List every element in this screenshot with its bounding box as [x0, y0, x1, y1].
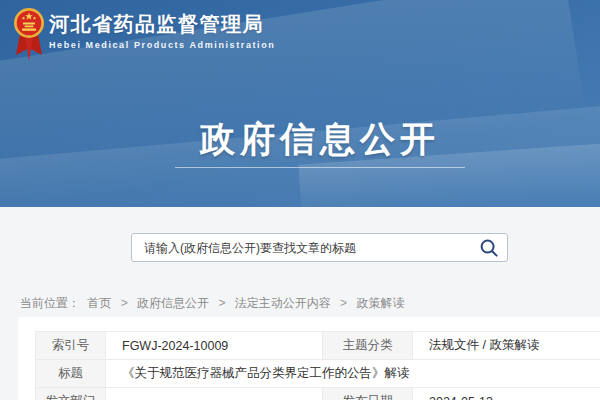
- publish-date-label: 发布日期: [323, 388, 413, 400]
- breadcrumb-prefix: 当前位置：: [20, 296, 80, 310]
- search-icon: [479, 238, 499, 258]
- issuing-department-label: 发文部门: [36, 388, 106, 400]
- breadcrumb-separator: >: [218, 296, 225, 310]
- search-input[interactable]: [132, 234, 507, 261]
- banner-underline-decoration: [175, 167, 465, 168]
- publish-date-value: 2024-05-13: [413, 388, 600, 400]
- site-header: 河北省药品监督管理局 Hebei Medical Products Admini…: [0, 0, 600, 207]
- breadcrumb: 当前位置： 首页 > 政府信息公开 > 法定主动公开内容 > 政策解读: [20, 295, 404, 312]
- breadcrumb-link-gov-info[interactable]: 政府信息公开: [137, 296, 209, 310]
- table-row-title: 标题 《关于规范医疗器械产品分类界定工作的公告》解读: [36, 360, 600, 388]
- agency-name-english: Hebei Medical Products Administration: [49, 40, 275, 50]
- breadcrumb-link-policy-interpretation[interactable]: 政策解读: [356, 296, 404, 310]
- topic-category-value: 法规文件 / 政策解读: [413, 332, 600, 360]
- index-number-label: 索引号: [36, 332, 106, 360]
- page: 河北省药品监督管理局 Hebei Medical Products Admini…: [0, 0, 600, 400]
- agency-name: 河北省药品监督管理局: [49, 13, 275, 36]
- breadcrumb-separator: >: [340, 296, 347, 310]
- index-number-value: FGWJ-2024-10009: [106, 332, 323, 360]
- search-box: [131, 233, 508, 262]
- search-section: 当前位置： 首页 > 政府信息公开 > 法定主动公开内容 > 政策解读: [0, 207, 600, 317]
- document-info-table: 索引号 FGWJ-2024-10009 主题分类 法规文件 / 政策解读 标题 …: [35, 331, 600, 400]
- breadcrumb-link-statutory-disclosure[interactable]: 法定主动公开内容: [235, 296, 331, 310]
- breadcrumb-link-home[interactable]: 首页: [87, 296, 111, 310]
- search-button[interactable]: [479, 238, 499, 258]
- title-label: 标题: [36, 360, 106, 388]
- issuing-department-value: [106, 388, 323, 400]
- content-panel: 索引号 FGWJ-2024-10009 主题分类 法规文件 / 政策解读 标题 …: [18, 317, 600, 400]
- breadcrumb-separator: >: [121, 296, 128, 310]
- table-row-department-date: 发文部门 发布日期 2024-05-13: [36, 388, 600, 400]
- site-logo-home-link[interactable]: 河北省药品监督管理局 Hebei Medical Products Admini…: [13, 7, 275, 63]
- table-row-index-topic: 索引号 FGWJ-2024-10009 主题分类 法规文件 / 政策解读: [36, 332, 600, 360]
- page-banner-title: 政府信息公开: [0, 116, 600, 163]
- title-value: 《关于规范医疗器械产品分类界定工作的公告》解读: [106, 360, 600, 388]
- national-emblem-icon: [13, 7, 45, 63]
- topic-category-label: 主题分类: [323, 332, 413, 360]
